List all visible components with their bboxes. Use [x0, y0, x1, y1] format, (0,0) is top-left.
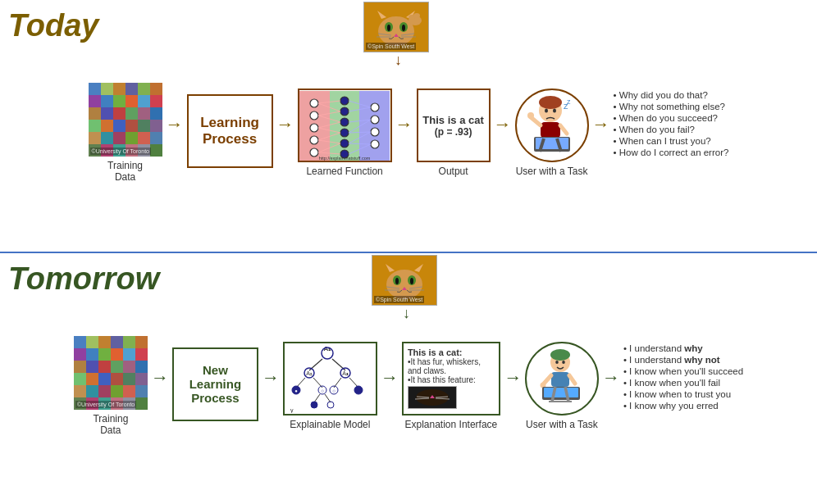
tomorrow-arrow-1: → — [151, 367, 169, 388]
mosaic-cell — [150, 120, 162, 132]
today-q4: When do you fail? — [614, 125, 729, 134]
tomorrow-training-img: ©University Of Toronto — [74, 336, 148, 410]
mosaic-cell — [126, 107, 138, 120]
mosaic-cell — [111, 348, 123, 361]
tomorrow-learning-item: New Learning Process — [172, 347, 258, 425]
svg-point-33 — [371, 116, 379, 124]
mosaic-cell — [86, 361, 98, 373]
mosaic-cell — [135, 336, 148, 348]
mosaic-cell — [101, 107, 113, 120]
tomorrow-explanation-label: Explanation Interface — [405, 419, 498, 430]
mosaic-cell — [150, 107, 162, 120]
today-cat-wrapper: ©Spin South West ↓ — [363, 2, 433, 69]
tomorrow-explainable-item: A₁ A₂ A₃ ● — [283, 342, 377, 430]
tomorrow-explainable-label: Explainable Model — [290, 419, 370, 430]
mosaic-cell — [89, 120, 101, 132]
today-mosaic-grid — [89, 83, 162, 157]
tomorrow-explanation-item: This is a cat: •It has fur, whiskers, an… — [402, 342, 500, 430]
tomorrow-user-label: User with a Task — [526, 419, 598, 430]
mosaic-cell — [138, 107, 150, 120]
today-user-svg: z z — [519, 93, 585, 158]
svg-point-106 — [327, 402, 334, 408]
svg-text:http://explainthatstuff.com: http://explainthatstuff.com — [319, 156, 371, 161]
mosaic-cell — [89, 107, 101, 120]
tomorrow-explanation-box: This is a cat: •It has fur, whiskers, an… — [402, 342, 500, 415]
tomorrow-user-item: User with a Task — [525, 342, 599, 430]
today-q1: Why did you do that? — [614, 90, 729, 100]
mosaic-cell — [74, 385, 86, 397]
tomorrow-mosaic-grid — [74, 336, 148, 410]
mosaic-cell — [86, 336, 98, 348]
svg-point-23 — [310, 124, 318, 132]
mosaic-cell — [135, 397, 148, 410]
mosaic-cell — [111, 385, 123, 397]
today-learning-item: Learning Process — [187, 94, 273, 171]
main-container: Today — [0, 0, 817, 504]
mosaic-cell — [135, 361, 148, 373]
svg-line-120 — [544, 375, 551, 384]
svg-text:y: y — [290, 407, 294, 413]
today-nn-svg: http://explainthatstuff.com — [299, 91, 390, 161]
mosaic-cell — [74, 348, 86, 361]
mosaic-cell — [126, 132, 138, 144]
svg-point-58 — [553, 109, 556, 113]
tomorrow-title: Tomorrow — [8, 261, 159, 297]
today-output-label: Output — [439, 166, 468, 177]
tomorrow-a2: I understand why not — [623, 355, 743, 365]
tomorrow-feature-img — [408, 386, 457, 409]
today-user-item: z z User with a Task — [515, 89, 589, 177]
svg-point-117 — [555, 361, 559, 364]
section-today: Today — [0, 0, 817, 253]
svg-point-70 — [386, 270, 422, 299]
svg-point-28 — [340, 118, 349, 126]
today-output-text: This is a cat — [422, 114, 483, 126]
mosaic-cell — [113, 83, 126, 95]
today-neural-box: http://explainthatstuff.com — [298, 89, 392, 162]
mosaic-cell — [113, 95, 126, 107]
mosaic-cell — [150, 144, 162, 157]
mosaic-cell — [123, 385, 135, 397]
tomorrow-training-watermark: ©University Of Toronto — [75, 401, 136, 408]
mosaic-cell — [126, 120, 138, 132]
today-questions-item: Why did you do that? Why not something e… — [614, 90, 729, 175]
today-user-label: User with a Task — [516, 166, 588, 177]
mosaic-cell — [98, 385, 111, 397]
svg-text:●: ● — [295, 388, 299, 393]
today-output-prob: (p = .93) — [422, 126, 483, 138]
svg-point-30 — [340, 139, 349, 148]
section-tomorrow: Tomorrow — [0, 253, 817, 505]
today-arrow-4: → — [494, 114, 512, 135]
tomorrow-a5: I know when to trust you — [623, 389, 743, 399]
tomorrow-answers-item: I understand why I understand why not I … — [623, 343, 743, 429]
today-q5: When can I trust you? — [614, 136, 729, 146]
mosaic-cell — [86, 373, 98, 385]
mosaic-cell — [89, 83, 101, 95]
mosaic-cell — [111, 336, 123, 348]
mosaic-cell — [113, 120, 126, 132]
today-title: Today — [8, 8, 99, 43]
svg-rect-124 — [544, 388, 578, 397]
svg-text:○: ○ — [322, 388, 325, 393]
mosaic-cell — [111, 361, 123, 373]
mosaic-cell — [135, 373, 148, 385]
svg-point-9 — [402, 25, 405, 31]
mosaic-cell — [150, 132, 162, 144]
tomorrow-a4: I know when you'll fail — [623, 378, 743, 388]
feature-cat-svg — [408, 387, 456, 408]
today-training-label: TrainingData — [107, 160, 143, 183]
mosaic-cell — [123, 361, 135, 373]
today-cat-caption: ©Spin South West — [366, 43, 416, 50]
today-arrow-3: → — [395, 114, 413, 135]
svg-point-116 — [550, 349, 570, 361]
svg-text:○: ○ — [333, 388, 336, 393]
tomorrow-arrow-5: → — [602, 367, 620, 388]
tomorrow-bullet-1: •It has fur, whiskers, — [408, 357, 481, 366]
mosaic-cell — [86, 348, 98, 361]
svg-point-57 — [545, 109, 548, 113]
tomorrow-user-svg — [529, 346, 595, 411]
tomorrow-bullet-2: and claws. — [408, 366, 446, 375]
svg-text:A₃: A₃ — [343, 370, 349, 376]
svg-line-62 — [560, 125, 567, 134]
mosaic-cell — [98, 348, 111, 361]
tomorrow-cat-wrapper: ©Spin South West ↓ — [372, 255, 441, 322]
